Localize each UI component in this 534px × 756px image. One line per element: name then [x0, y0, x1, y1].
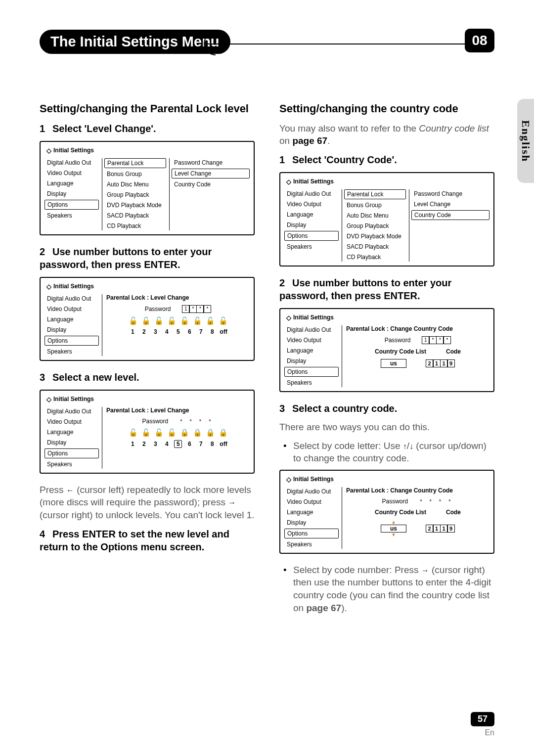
page-header: The Initial Settings Menu 08	[40, 30, 494, 57]
lock-open-icon: 🔓	[167, 317, 177, 324]
lock-closed-icon: 🔒	[193, 429, 202, 436]
lock-open-icon: 🔓	[193, 317, 202, 324]
arrow-up-icon: ↑	[403, 441, 407, 452]
arrow-left-icon: ←	[66, 485, 74, 496]
lock-open-icon: 🔓	[180, 317, 189, 324]
lock-closed-icon: 🔒	[219, 429, 228, 436]
language-tab: English	[517, 99, 534, 183]
settings-panel-password-entry: Initial Settings Digital Audio Out Video…	[40, 277, 255, 361]
section-heading-country-code: Setting/changing the country code	[279, 102, 494, 116]
step-3-r: 3Select a country code.	[279, 402, 494, 415]
settings-panel-level-change-select: Initial Settings Digital Audio Out Video…	[40, 141, 255, 235]
step-2: 2Use number buttons to enter your passwo…	[40, 245, 255, 271]
lock-open-icon: 🔓	[219, 317, 228, 324]
step-3: 3Select a new level.	[40, 371, 255, 384]
settings-panel-country-password: Initial Settings Digital Audio Out Video…	[279, 308, 494, 392]
lock-open-icon: 🔓	[129, 317, 138, 324]
step-1: 1Select 'Level Change'.	[40, 122, 255, 135]
page-footer: 57 En	[471, 712, 494, 737]
lock-open-icon: 🔓	[167, 429, 177, 436]
section-heading-parental-lock: Setting/changing the Parental Lock level	[40, 102, 255, 116]
arrow-down-icon: ↓	[409, 441, 413, 452]
settings-panel-country-arrows: Initial Settings Digital Audio Out Video…	[279, 470, 494, 554]
settings-panel-new-level: Initial Settings Digital Audio Out Video…	[40, 390, 255, 474]
step-1-r: 1Select 'Country Code'.	[279, 153, 494, 166]
lock-open-icon: 🔓	[141, 429, 151, 436]
lock-open-icon: 🔓	[141, 317, 151, 324]
chapter-number: 08	[465, 29, 494, 52]
lock-closed-icon: 🔒	[206, 429, 215, 436]
arrow-right-icon: →	[421, 565, 429, 576]
step-4: 4Press ENTER to set the new level and re…	[40, 528, 255, 553]
lock-closed-icon: 🔒	[180, 429, 189, 436]
bullet-select-by-letter: Select by code letter: Use ↑/↓ (cursor u…	[279, 440, 494, 465]
page-title: The Initial Settings Menu	[40, 30, 230, 54]
lock-open-icon: 🔓	[154, 317, 164, 324]
lock-open-icon: 🔓	[154, 429, 164, 436]
left-column: Setting/changing the Parental Lock level…	[40, 102, 255, 619]
lock-icons-open: 🔓 🔓 🔓 🔓 🔓 🔓 🔓 🔓	[129, 317, 228, 324]
page-number: 57	[471, 712, 494, 726]
right-column: Setting/changing the country code You ma…	[279, 102, 494, 619]
step-2-r: 2Use number buttons to enter your passwo…	[279, 276, 494, 302]
arrow-up-icon: ▲	[391, 520, 396, 525]
lock-open-icon: 🔓	[206, 317, 215, 324]
settings-panel-country-code-select: Initial Settings Digital Audio Out Video…	[279, 172, 494, 267]
lock-open-icon: 🔓	[129, 429, 138, 436]
lock-icons-mixed: 🔓 🔓 🔓 🔓 🔒 🔒 🔒 🔒	[129, 429, 228, 436]
intro-text: You may also want to refer to the Countr…	[279, 122, 494, 147]
arrow-right-icon: →	[228, 497, 236, 508]
para-two-ways: There are two ways you can do this.	[279, 421, 494, 434]
arrow-down-icon: ▼	[391, 533, 396, 537]
paragraph-cursor-instructions: Press ← (cursor left) repeatedly to lock…	[40, 484, 255, 522]
page-lang: En	[471, 728, 494, 737]
bullet-select-by-number: Select by code number: Press → (cursor r…	[279, 564, 494, 615]
